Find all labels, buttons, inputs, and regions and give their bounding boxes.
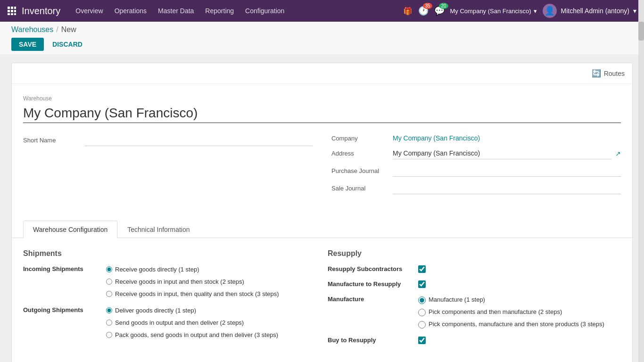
alerts-badge: 35 [423,3,432,9]
company-label: Company [331,135,393,142]
app-brand: Inventory [22,6,60,16]
manufacture-option-1[interactable]: Manufacture (1 step) [418,296,604,304]
refresh-icon: 🔄 [592,69,601,78]
svg-rect-3 [8,10,10,12]
form-fields: Short Name Company My Company (San Franc… [23,134,621,200]
buy-to-resupply-checkbox[interactable] [418,337,426,344]
incoming-option-2[interactable]: Receive goods in input and then stock (2… [106,278,279,286]
routes-button[interactable]: 🔄 Routes [592,69,625,78]
top-navigation: Inventory Overview Operations Master Dat… [0,0,644,22]
menu-reporting[interactable]: Reporting [205,5,234,16]
buy-to-resupply-label: Buy to Resupply [328,337,413,344]
manufacture-option-2[interactable]: Pick components and then manufacture (2 … [418,308,604,316]
address-select[interactable]: My Company (San Francisco) [393,148,611,159]
save-button[interactable]: SAVE [11,38,44,51]
manufacture-options: Manufacture (1 step) Pick components and… [418,296,604,329]
messages-button[interactable]: 💬 20 [434,6,445,16]
card-header: 🔄 Routes [12,63,632,84]
warehouse-name-input[interactable] [23,104,621,123]
company-name: My Company (San Francisco) [450,8,531,15]
resupply-section: Resupply Resupply Subcontractors Manufac… [328,249,621,352]
manufacture-radio-1[interactable] [418,296,426,304]
sale-journal-select[interactable] [393,182,621,194]
breadcrumb-parent[interactable]: Warehouses [11,25,53,34]
form-body: Warehouse Short Name Company [12,84,632,221]
company-value-link[interactable]: My Company (San Francisco) [393,134,480,142]
manufacture-option-3[interactable]: Pick components, manufacture and then st… [418,320,604,329]
svg-rect-1 [11,7,13,9]
address-label: Address [331,150,393,157]
company-chevron-icon: ▾ [534,8,537,15]
scrollbar-thumb[interactable] [638,22,644,41]
manufacture-row: Manufacture Manufacture (1 step) Pick co… [328,296,621,329]
svg-rect-2 [14,7,16,9]
avatar: 👤 [543,4,557,18]
manufacture-to-resupply-checkbox[interactable] [418,280,426,288]
outgoing-radio-2[interactable] [106,320,112,326]
manufacture-to-resupply-label: Manufacture to Resupply [328,280,413,288]
company-field: Company My Company (San Francisco) [331,134,621,142]
messages-badge: 20 [439,3,448,9]
svg-rect-4 [11,10,13,12]
menu-overview[interactable]: Overview [75,5,103,16]
incoming-option-3[interactable]: Receive goods in input, then quality and… [106,290,279,298]
user-chevron-icon: ▾ [633,7,636,15]
outgoing-radio-3[interactable] [106,332,112,338]
company-selector[interactable]: My Company (San Francisco) ▾ [450,8,537,15]
incoming-option-3-label: Receive goods in input, then quality and… [115,290,279,298]
incoming-option-1[interactable]: Receive goods directly (1 step) [106,265,279,274]
outgoing-radio-1[interactable] [106,307,112,313]
breadcrumb-area: Warehouses / New SAVE DISCARD [0,22,644,55]
outgoing-option-3-label: Pack goods, send goods in output and the… [115,331,278,339]
manufacture-radio-2[interactable] [418,309,426,316]
top-menu: Overview Operations Master Data Reportin… [75,5,403,16]
incoming-radio-3[interactable] [106,291,112,297]
manufacture-label: Manufacture [328,296,413,303]
menu-master-data[interactable]: Master Data [158,5,194,16]
user-menu[interactable]: 👤 Mitchell Admin (antony) ▾ [543,4,636,18]
shipments-section-title: Shipments [23,249,316,258]
address-field: Address My Company (San Francisco) ↗ [331,148,621,159]
manufacture-to-resupply-row: Manufacture to Resupply [328,280,621,288]
manufacture-radio-3[interactable] [418,321,426,329]
manufacture-option-2-label: Pick components and then manufacture (2 … [429,308,562,316]
resupply-subcontractors-checkbox[interactable] [418,265,426,273]
toolbar: SAVE DISCARD [11,38,633,51]
menu-operations[interactable]: Operations [115,5,147,16]
purchase-journal-select[interactable] [393,165,621,177]
outgoing-option-1[interactable]: Deliver goods directly (1 step) [106,306,278,315]
incoming-option-2-label: Receive goods in input and then stock (2… [115,278,244,286]
sale-journal-label: Sale Journal [331,185,393,192]
short-name-input[interactable] [84,134,313,146]
discard-button[interactable]: DISCARD [48,38,87,51]
sale-journal-field: Sale Journal [331,182,621,194]
warehouse-field-label: Warehouse [23,95,621,102]
short-name-label: Short Name [23,137,84,144]
svg-rect-0 [8,7,10,9]
outgoing-shipments-label: Outgoing Shipments [23,306,99,336]
incoming-option-1-label: Receive goods directly (1 step) [115,265,199,274]
address-external-link-icon[interactable]: ↗ [615,150,621,157]
resupply-subcontractors-label: Resupply Subcontractors [328,265,413,272]
outgoing-option-3[interactable]: Pack goods, send goods in output and the… [106,331,278,339]
svg-rect-5 [14,10,16,12]
tab-content-warehouse-configuration: Shipments Incoming Shipments Receive goo… [12,238,632,362]
tab-warehouse-configuration[interactable]: Warehouse Configuration [23,221,117,238]
incoming-radio-2[interactable] [106,279,112,285]
scrollbar[interactable] [638,0,644,362]
incoming-radio-1[interactable] [106,266,112,272]
shipments-section: Shipments Incoming Shipments Receive goo… [23,249,316,352]
svg-rect-6 [8,13,10,15]
alerts-button[interactable]: 🕐 35 [418,6,429,16]
gift-icon[interactable]: 🎁 [403,7,413,16]
purchase-journal-field: Purchase Journal [331,165,621,177]
tab-technical-information[interactable]: Technical Information [117,221,199,238]
outgoing-option-1-label: Deliver goods directly (1 step) [115,306,196,315]
purchase-journal-label: Purchase Journal [331,167,393,174]
outgoing-option-2[interactable]: Send goods in output and then deliver (2… [106,319,278,327]
outgoing-option-2-label: Send goods in output and then deliver (2… [115,319,244,327]
apps-menu-button[interactable] [8,7,16,15]
menu-configuration[interactable]: Configuration [245,5,284,16]
manufacture-option-1-label: Manufacture (1 step) [429,296,485,304]
breadcrumb-current: New [61,25,76,34]
